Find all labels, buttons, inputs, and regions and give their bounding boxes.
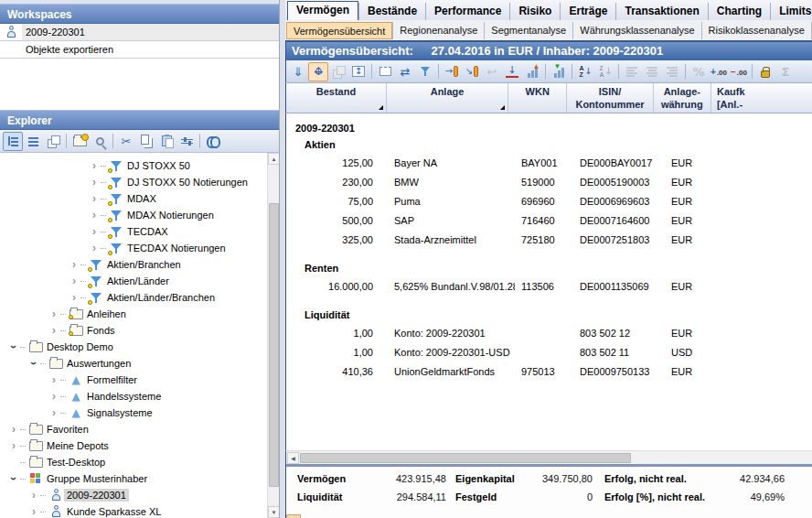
tree-scrollbar[interactable]: ▲ ▼ [267, 153, 279, 518]
cut-icon[interactable]: ✂ [116, 132, 136, 151]
tile-view-icon[interactable] [43, 132, 63, 151]
copy-icon[interactable] [136, 132, 156, 151]
tree-item-handelssysteme[interactable]: ›▲Handelssysteme [0, 388, 266, 405]
expand-chevron-icon[interactable]: › [88, 210, 101, 220]
properties-icon[interactable] [176, 132, 197, 151]
tab-risiko[interactable]: Risiko [509, 3, 560, 20]
table-row-stada-arzneimittel[interactable]: 325,00Stada-Arzneimittel725180DE00072518… [286, 230, 812, 249]
tree-item-kunde-sparkasse-xl[interactable]: ›Kunde Sparkasse XL [0, 503, 266, 518]
align-right-icon[interactable] [662, 62, 682, 81]
tree-item-desktop-demo[interactable]: ›Desktop Demo [0, 339, 266, 355]
align-left-icon[interactable] [622, 62, 642, 81]
tree-item-mdax[interactable]: ›MDAX [0, 190, 266, 207]
tab-performance[interactable]: Performance [425, 3, 509, 20]
percent-icon[interactable]: % [689, 62, 709, 81]
tab-transaktionen[interactable]: Transaktionen [615, 3, 707, 20]
filter-icon[interactable] [415, 62, 435, 81]
tree-item-test-desktop[interactable]: ›Test-Desktop [0, 454, 266, 470]
tree-item-aktien-laender-branchen[interactable]: ›Aktien/Länder/Branchen [0, 289, 266, 306]
expand-chevron-icon[interactable]: › [7, 425, 20, 434]
expand-chevron-icon[interactable]: › [88, 227, 101, 236]
table-row-konto-2009-220301-usd[interactable]: 1,00Konto: 2009-220301-USD803 502 11USD [286, 342, 812, 362]
table-row-bayer-na[interactable]: 125,00Bayer NABAY001DE000BAY0017EUR [286, 153, 812, 172]
tree-item-mdax-notierungen[interactable]: ›MDAX Notierungen [0, 207, 266, 223]
column-header-anlage-waehrung[interactable]: Anlage-währung [654, 83, 711, 113]
column-header-wkn[interactable]: WKN [508, 83, 567, 113]
undo-icon[interactable]: ↩ [482, 62, 502, 81]
expand-chevron-icon[interactable]: › [68, 293, 80, 302]
paste-icon[interactable] [156, 132, 176, 151]
new-folder-icon[interactable] [69, 132, 90, 151]
collapse-chevron-icon[interactable]: › [29, 357, 38, 370]
fit-view-icon[interactable]: ↔↕ [308, 62, 328, 81]
tab-vermoegen[interactable]: Vermögen [287, 1, 358, 20]
column-header-isin-kontonummer[interactable]: ISIN/Kontonummer [567, 83, 653, 113]
tree-item-tecdax[interactable]: ›TECDAX [0, 223, 266, 240]
column-header-kaufk-anl[interactable]: Kaufk[Anl.- [711, 83, 812, 113]
scroll-down-button[interactable]: ▼ [268, 506, 279, 518]
sum-icon[interactable]: Σ [775, 62, 796, 81]
expand-chevron-icon[interactable]: › [88, 243, 101, 253]
tab-ertraege[interactable]: Erträge [560, 3, 615, 20]
chart-settings-icon[interactable]: ▲ [522, 62, 542, 81]
tab-limits[interactable]: Limits [770, 3, 812, 20]
collapse-chevron-icon[interactable]: › [9, 340, 18, 353]
column-header-bestand[interactable]: Bestand [286, 83, 387, 113]
subtab-vermoegensuebersicht[interactable]: Vermögensübersicht [286, 22, 392, 39]
scroll-up-button[interactable]: ▲ [268, 153, 279, 165]
table-row-uniongeldmarktfonds[interactable]: 410,36UnionGeldmarktFonds975013DE0009750… [286, 362, 812, 381]
search-icon[interactable] [90, 132, 110, 151]
expand-chevron-icon[interactable]: › [48, 326, 60, 335]
tree-item-favoriten[interactable]: ›Favoriten [0, 421, 266, 437]
subtab-regionenanalyse[interactable]: Regionenanalyse [392, 22, 484, 39]
tab-bestaende[interactable]: Bestände [358, 3, 425, 20]
tree-scrollbar-thumb[interactable] [269, 203, 279, 487]
fit-height-icon[interactable]: ↕ [348, 62, 369, 81]
workspace-item-2009-220301[interactable]: 2009-220301 [0, 24, 279, 41]
tree-item-signalsysteme[interactable]: ›▲Signalsysteme [0, 405, 266, 421]
column-header-anlage[interactable]: Anlage [387, 83, 508, 113]
lock-columns-icon[interactable] [755, 62, 775, 81]
jump-next-icon[interactable]: → [442, 62, 462, 81]
jump-into-icon[interactable]: ↘ [462, 62, 482, 81]
expand-chevron-icon[interactable]: › [88, 194, 101, 203]
refresh-icon[interactable]: ⇄ [395, 62, 415, 81]
expand-chevron-icon[interactable]: › [88, 178, 101, 187]
expand-chevron-icon[interactable]: › [68, 276, 80, 286]
tree-item-gruppe-musterinhaber[interactable]: ›Gruppe Musterinhaber [0, 470, 266, 487]
expand-chevron-icon[interactable]: › [48, 408, 60, 417]
tree-view-icon[interactable] [3, 132, 23, 151]
expand-chevron-icon[interactable]: › [48, 309, 60, 318]
expand-chevron-icon[interactable]: › [7, 441, 20, 450]
collapse-chevron-icon[interactable]: › [9, 472, 18, 485]
collapse-view-icon[interactable] [328, 62, 348, 81]
table-row-konto-2009-220301[interactable]: 1,00Konto: 2009-220301803 502 12EUR [286, 323, 812, 342]
tree-item-formelfilter[interactable]: ›▲Formelfilter [0, 372, 266, 388]
export-structure-icon[interactable]: ⇓ [288, 62, 308, 81]
horizontal-scrollbar-thumb[interactable] [300, 453, 631, 463]
subtab-risikoklassenanalyse[interactable]: Risikoklassenanalyse [701, 22, 811, 39]
tree-item-dj-stoxx-50[interactable]: ›DJ STOXX 50 [0, 157, 266, 174]
find-icon[interactable] [203, 132, 223, 151]
tree-item-fonds[interactable]: ›Fonds [0, 322, 266, 339]
subtab-waehrungsklassenanalyse[interactable]: Währungsklassenanalyse [572, 22, 700, 39]
sort-za-icon[interactable]: ZA↓ [595, 62, 615, 81]
tree-item-auswertungen[interactable]: ›Auswertungen [0, 355, 266, 372]
remove-decimal-icon[interactable]: −.00 [729, 62, 749, 81]
tree-item-aktien-branchen[interactable]: ›Aktien/Branchen [0, 256, 266, 273]
table-row-sap[interactable]: 500,00SAP716460DE0007164600EUR [286, 210, 812, 230]
expand-chevron-icon[interactable]: › [27, 507, 40, 516]
add-decimal-icon[interactable]: +.00 [709, 62, 729, 81]
tree-item-dj-stoxx-50-notierungen[interactable]: ›DJ STOXX 50 Notierungen [0, 174, 266, 190]
list-view-icon[interactable] [23, 132, 43, 151]
tree-item-2009-220301[interactable]: ›2009-220301 [0, 487, 266, 503]
column-chart-icon[interactable]: ▼ [549, 62, 569, 81]
expand-chevron-icon[interactable]: › [27, 491, 40, 500]
expand-chevron-icon[interactable]: › [48, 375, 60, 384]
table-row-5-625-bundanl-v-98-01-28[interactable]: 16.000,005,625% Bundanl.V.98/01.28113506… [286, 276, 812, 296]
workspace-item-objekte-exportieren[interactable]: Objekte exportieren [0, 41, 279, 59]
drill-down-icon[interactable]: ↓ [502, 62, 522, 81]
horizontal-scrollbar[interactable]: ◀ [285, 450, 812, 464]
table-row-bmw[interactable]: 230,00BMW519000DE0005190003EUR [286, 172, 812, 191]
subtab-segmentanalyse[interactable]: Segmentanalyse [484, 22, 572, 39]
